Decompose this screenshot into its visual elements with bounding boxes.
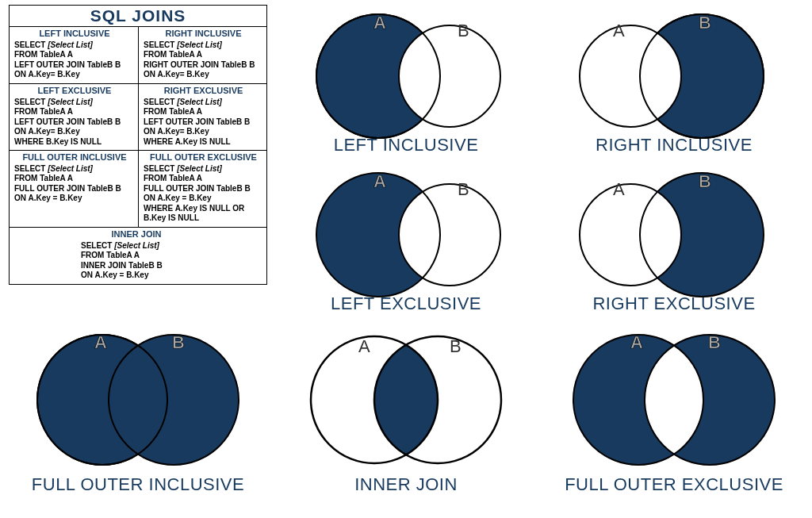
- label-b: B: [458, 179, 469, 199]
- venn-full-outer-exclusive: A B FULL OUTER EXCLUSIVE: [539, 320, 809, 515]
- ref-full-outer-inclusive: FULL OUTER INCLUSIVE SELECT [Select List…: [10, 151, 138, 227]
- ref-full-outer-exclusive: FULL OUTER EXCLUSIVE SELECT [Select List…: [138, 151, 266, 227]
- label-a: A: [613, 21, 625, 40]
- label-a: A: [630, 332, 643, 352]
- label-b: B: [172, 332, 185, 352]
- label-b: B: [458, 21, 469, 40]
- svg-point-17: [109, 335, 239, 465]
- venn-caption: FULL OUTER INCLUSIVE: [32, 474, 244, 495]
- venn-caption: INNER JOIN: [354, 474, 458, 495]
- venn-full-outer-inclusive: A B FULL OUTER INCLUSIVE: [3, 320, 273, 515]
- label-a: A: [94, 332, 107, 352]
- svg-point-4: [580, 25, 681, 127]
- label-b: B: [699, 171, 711, 191]
- diagram-grid: A B LEFT INCLUSIVE SQL JOINS LEFT INCLUS…: [3, 3, 809, 515]
- label-b: B: [699, 13, 711, 33]
- label-a: A: [373, 171, 386, 191]
- label-a: A: [373, 13, 386, 33]
- label-b: B: [450, 336, 462, 356]
- ref-left-exclusive: LEFT EXCLUSIVE SELECT [Select List] FROM…: [10, 84, 138, 150]
- sql-reference-table: SQL JOINS LEFT INCLUSIVE SELECT [Select …: [9, 5, 267, 285]
- venn-right-exclusive: A B RIGHT EXCLUSIVE: [539, 162, 809, 320]
- venn-left-exclusive: A B LEFT EXCLUSIVE: [273, 162, 539, 320]
- venn-caption: FULL OUTER EXCLUSIVE: [565, 474, 783, 495]
- venn-right-inclusive: A B RIGHT INCLUSIVE: [539, 3, 809, 162]
- ref-right-exclusive: RIGHT EXCLUSIVE SELECT [Select List] FRO…: [138, 84, 266, 150]
- ref-inner-join: INNER JOIN SELECT [Select List] FROM Tab…: [10, 228, 266, 284]
- ref-left-inclusive: LEFT INCLUSIVE SELECT [Select List] FROM…: [10, 27, 138, 83]
- ref-title: SQL JOINS: [10, 6, 266, 27]
- venn-inner-join: A B INNER JOIN: [273, 320, 539, 515]
- venn-left-inclusive: A B LEFT INCLUSIVE: [273, 3, 539, 162]
- ref-right-inclusive: RIGHT INCLUSIVE SELECT [Select List] FRO…: [138, 27, 266, 83]
- venn-caption: RIGHT EXCLUSIVE: [592, 294, 755, 314]
- label-b: B: [708, 332, 721, 352]
- venn-caption: LEFT INCLUSIVE: [334, 135, 479, 155]
- venn-caption: RIGHT INCLUSIVE: [596, 135, 753, 155]
- label-a: A: [358, 336, 370, 356]
- label-a: A: [613, 179, 625, 199]
- venn-caption: LEFT EXCLUSIVE: [331, 294, 481, 314]
- svg-point-1: [399, 25, 500, 127]
